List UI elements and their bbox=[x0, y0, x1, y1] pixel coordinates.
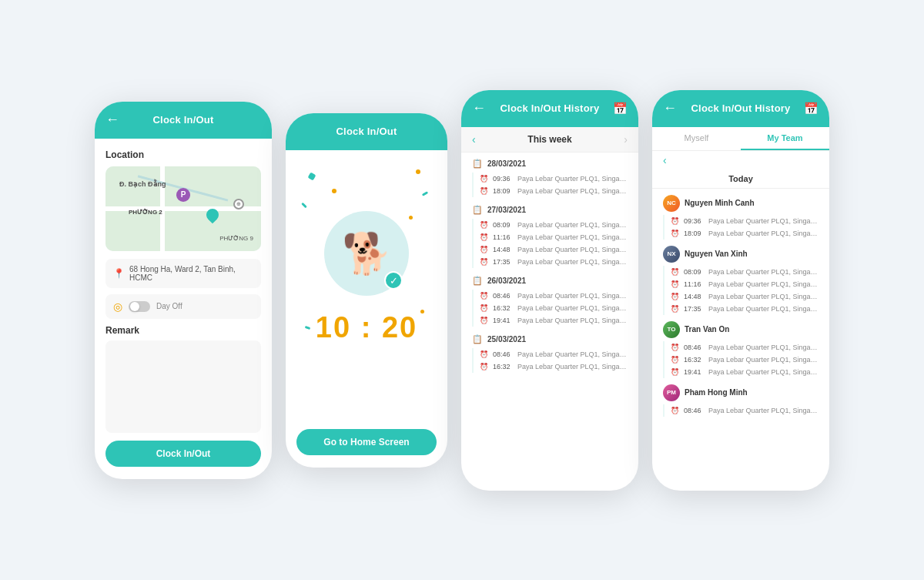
member-name: Pham Hong Minh bbox=[685, 388, 748, 397]
location-value: Paya Lebar Quarter PLQ1, Singap... bbox=[517, 246, 628, 253]
team-time-entry: ⏰19:41Paya Lebar Quarter PLQ1, Singap... bbox=[663, 366, 819, 378]
location-label: Location bbox=[105, 149, 261, 160]
team-time-entry: ⏰17:35Paya Lebar Quarter PLQ1, Singap... bbox=[663, 303, 819, 315]
date-text: 27/03/2021 bbox=[487, 206, 526, 214]
member-name: Nguyen Van Xinh bbox=[685, 250, 748, 258]
location-value: Paya Lebar Quarter PLQ1, Singap... bbox=[517, 304, 628, 312]
date-header: 📋27/03/2021 bbox=[472, 205, 628, 215]
location-value: Paya Lebar Quarter PLQ1, Singap... bbox=[708, 356, 819, 364]
team-member-group: NXNguyen Van Xinh⏰08:09Paya Lebar Quarte… bbox=[663, 246, 819, 315]
remark-label: Remark bbox=[105, 325, 261, 336]
phones-container: ← Clock In/Out Location Đ. Bạch Đằng PHƯ… bbox=[0, 75, 924, 506]
clock-icon: ⏰ bbox=[671, 268, 679, 276]
time-entry: ⏰16:32Paya Lebar Quarter PLQ1, Singap... bbox=[472, 302, 628, 314]
time-value: 18:09 bbox=[493, 187, 513, 195]
time-value: 08:09 bbox=[493, 221, 513, 229]
time-entry: ⏰18:09Paya Lebar Quarter PLQ1, Singap... bbox=[472, 185, 628, 197]
location-value: Paya Lebar Quarter PLQ1, Singap... bbox=[708, 268, 819, 276]
time-value: 14:48 bbox=[684, 293, 704, 300]
location-value: Paya Lebar Quarter PLQ1, Singap... bbox=[708, 293, 819, 300]
clock-inout-button[interactable]: Clock In/Out bbox=[105, 441, 261, 467]
clock-icon: ⏰ bbox=[480, 246, 488, 253]
location-value: Paya Lebar Quarter PLQ1, Singap... bbox=[708, 217, 819, 225]
phone2-body: 🐕 ✓ 10 : 20 bbox=[286, 150, 447, 421]
history-body[interactable]: 📋28/03/2021⏰09:36Paya Lebar Quarter PLQ1… bbox=[461, 153, 638, 491]
location-value: Paya Lebar Quarter PLQ1, Singap... bbox=[517, 233, 628, 241]
day-off-label: Day Off bbox=[156, 302, 182, 310]
clock-icon: ⏰ bbox=[480, 187, 488, 195]
clock-icon: ⏰ bbox=[671, 280, 679, 288]
member-name-row: TOTran Van On bbox=[663, 321, 819, 338]
phone2-footer: Go to Home Screen bbox=[286, 421, 447, 468]
time-entry: ⏰08:46Paya Lebar Quarter PLQ1, Singap... bbox=[472, 348, 628, 360]
location-row: 📍 68 Hong Ha, Ward 2, Tan Binh, HCMC bbox=[105, 259, 261, 288]
location-address: 68 Hong Ha, Ward 2, Tan Binh, HCMC bbox=[129, 265, 253, 282]
phone1-body: Location Đ. Bạch Đằng PHƯỜNG 2 PHƯỜNG 9 … bbox=[95, 139, 272, 433]
time-value: 14:48 bbox=[493, 246, 513, 253]
clock-icon: ⏰ bbox=[480, 258, 488, 266]
go-home-button[interactable]: Go to Home Screen bbox=[296, 429, 437, 455]
map-pin-p: P bbox=[176, 188, 190, 202]
location-value: Paya Lebar Quarter PLQ1, Singap... bbox=[517, 350, 628, 358]
prev-day-button[interactable]: ‹ bbox=[663, 154, 667, 166]
phone3-calendar-icon[interactable]: 📅 bbox=[613, 102, 628, 116]
remark-input[interactable] bbox=[105, 340, 261, 433]
team-member-group: PMPham Hong Minh⏰08:46Paya Lebar Quarter… bbox=[663, 384, 819, 417]
confetti-dot-6 bbox=[409, 216, 413, 220]
phone-2-clock-success: Clock In/Out 🐕 ✓ 10 : 20 Go to Home Scre… bbox=[286, 113, 447, 468]
team-member-group: TOTran Van On⏰08:46Paya Lebar Quarter PL… bbox=[663, 321, 819, 378]
team-time-entry: ⏰11:16Paya Lebar Quarter PLQ1, Singap... bbox=[663, 278, 819, 290]
phone1-header: ← Clock In/Out bbox=[95, 102, 272, 139]
time-entry: ⏰08:46Paya Lebar Quarter PLQ1, Singap... bbox=[472, 290, 628, 302]
location-pin-icon: 📍 bbox=[113, 268, 125, 279]
team-time-entry: ⏰09:36Paya Lebar Quarter PLQ1, Singap... bbox=[663, 215, 819, 227]
map-label1: Đ. Bạch Đằng bbox=[119, 180, 166, 188]
phone-4-my-team: ← Clock In/Out History 📅 Myself My Team … bbox=[652, 90, 829, 491]
time-value: 08:46 bbox=[493, 292, 513, 300]
location-value: Paya Lebar Quarter PLQ1, Singap... bbox=[517, 175, 628, 183]
phone1-title: Clock In/Out bbox=[153, 114, 214, 126]
team-time-entry: ⏰08:46Paya Lebar Quarter PLQ1, Singap... bbox=[663, 404, 819, 417]
time-entry: ⏰19:41Paya Lebar Quarter PLQ1, Singap... bbox=[472, 314, 628, 327]
date-group: 📋26/03/2021⏰08:46Paya Lebar Quarter PLQ1… bbox=[472, 276, 628, 327]
time-entry: ⏰09:36Paya Lebar Quarter PLQ1, Singap... bbox=[472, 173, 628, 185]
day-off-toggle[interactable] bbox=[129, 301, 150, 312]
time-value: 17:35 bbox=[684, 305, 704, 313]
map-label3: PHƯỜNG 9 bbox=[219, 235, 253, 242]
back-arrow-icon[interactable]: ← bbox=[105, 112, 119, 128]
clock-icon: ⏰ bbox=[480, 233, 488, 241]
clock-icon: ⏰ bbox=[480, 175, 488, 183]
location-value: Paya Lebar Quarter PLQ1, Singap... bbox=[517, 292, 628, 300]
next-week-button[interactable]: › bbox=[624, 133, 628, 146]
location-value: Paya Lebar Quarter PLQ1, Singap... bbox=[708, 368, 819, 376]
tab-myself[interactable]: Myself bbox=[652, 127, 741, 150]
time-value: 11:16 bbox=[493, 233, 513, 241]
phone3-back-icon[interactable]: ← bbox=[472, 100, 486, 116]
phone4-title: Clock In/Out History bbox=[691, 102, 791, 114]
clock-icon: ⏰ bbox=[480, 350, 488, 358]
day-off-row: ◎ Day Off bbox=[105, 294, 261, 319]
tab-my-team[interactable]: My Team bbox=[741, 127, 829, 150]
location-value: Paya Lebar Quarter PLQ1, Singap... bbox=[517, 221, 628, 229]
time-value: 08:09 bbox=[684, 268, 704, 276]
phone3-title: Clock In/Out History bbox=[500, 102, 600, 114]
time-value: 16:32 bbox=[684, 356, 704, 364]
toggle-thumb bbox=[130, 302, 139, 311]
phone4-header: ← Clock In/Out History 📅 bbox=[652, 90, 829, 127]
confetti-dot-8 bbox=[420, 310, 424, 313]
time-value: 09:36 bbox=[493, 175, 513, 183]
date-text: 28/03/2021 bbox=[487, 159, 526, 168]
phone2-header: Clock In/Out bbox=[286, 113, 447, 150]
date-icon: 📋 bbox=[472, 205, 483, 215]
phone4-calendar-icon[interactable]: 📅 bbox=[804, 102, 819, 116]
confetti-dot-2 bbox=[332, 189, 336, 193]
time-value: 09:36 bbox=[684, 217, 704, 225]
day-off-circle-icon: ◎ bbox=[113, 300, 122, 313]
team-history-body[interactable]: NCNguyen Minh Canh⏰09:36Paya Lebar Quart… bbox=[652, 189, 829, 491]
phone4-back-icon[interactable]: ← bbox=[663, 100, 677, 116]
clock-icon: ⏰ bbox=[480, 221, 488, 229]
clock-icon: ⏰ bbox=[671, 293, 679, 300]
time-entry: ⏰17:35Paya Lebar Quarter PLQ1, Singap... bbox=[472, 256, 628, 268]
location-value: Paya Lebar Quarter PLQ1, Singap... bbox=[708, 305, 819, 313]
date-group: 📋27/03/2021⏰08:09Paya Lebar Quarter PLQ1… bbox=[472, 205, 628, 268]
